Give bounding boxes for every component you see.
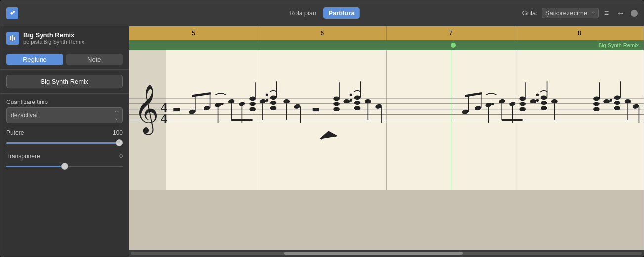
transpose-header: Transpunere 0 <box>6 153 123 160</box>
svg-point-52 <box>354 106 361 110</box>
grid-select[interactable]: Șaisprezecime ⌃ <box>542 8 599 18</box>
region-name-box[interactable]: Big Synth Remix <box>6 75 123 88</box>
svg-point-15 <box>203 105 211 111</box>
region-name-section: Big Synth Remix <box>0 70 129 94</box>
svg-point-71 <box>519 102 526 106</box>
svg-point-35 <box>270 106 277 110</box>
svg-point-0 <box>13 11 15 13</box>
svg-point-70 <box>519 97 526 101</box>
svg-point-39 <box>294 103 301 109</box>
scrollbar-thumb[interactable] <box>284 252 463 255</box>
svg-point-78 <box>541 101 547 105</box>
ruler: 5 6 7 8 <box>129 26 644 40</box>
bottom-grey-area <box>129 190 644 250</box>
svg-point-64 <box>491 103 494 105</box>
quantize-row: Cuantizare timp dezactivat ⌃⌄ <box>6 99 123 123</box>
svg-point-25 <box>249 97 256 101</box>
svg-point-44 <box>333 102 340 106</box>
power-value: 100 <box>113 129 123 136</box>
svg-point-48 <box>350 99 352 102</box>
transpose-slider-thumb[interactable] <box>61 163 68 170</box>
svg-line-24 <box>192 93 210 96</box>
power-label: Putere <box>6 129 24 136</box>
editor-area: 5 6 7 8 Big Synth Remix <box>129 26 644 257</box>
circle-icon <box>631 10 638 17</box>
ruler-mark-6: 6 <box>258 26 386 40</box>
param-section: Cuantizare timp dezactivat ⌃⌄ Putere 100 <box>0 94 129 176</box>
toolbar-center: Rolă pian Partitură <box>284 7 359 19</box>
svg-point-31 <box>266 99 268 102</box>
sidebar: Big Synth Remix pe pista Big Synth Remix… <box>0 26 129 257</box>
svg-point-58 <box>462 109 469 115</box>
track-strip-label: Big Synth Remix <box>599 42 644 48</box>
svg-point-26 <box>249 102 256 106</box>
svg-point-50 <box>354 95 361 100</box>
transpose-param: Transpunere 0 <box>6 153 123 171</box>
track-header: Big Synth Remix pe pista Big Synth Remix <box>0 26 129 50</box>
track-icon <box>6 32 19 45</box>
svg-point-33 <box>270 95 277 100</box>
transpose-slider-container <box>6 162 123 171</box>
svg-point-27 <box>249 107 256 111</box>
svg-point-88 <box>603 99 610 103</box>
toolbar-right: Grilă: Șaisprezecime ⌃ ≡ ↔ <box>522 8 638 19</box>
svg-point-84 <box>593 97 600 101</box>
tab-note[interactable]: Note <box>66 54 123 65</box>
track-info: Big Synth Remix pe pista Big Synth Remix <box>23 31 123 45</box>
svg-rect-42 <box>313 108 319 112</box>
svg-point-77 <box>541 95 547 100</box>
align-icon-btn[interactable]: ≡ <box>602 8 611 19</box>
svg-text:𝄞: 𝄞 <box>134 85 159 135</box>
svg-point-76 <box>536 94 539 96</box>
svg-point-91 <box>614 101 621 105</box>
svg-rect-12 <box>173 108 180 112</box>
svg-point-74 <box>530 99 537 103</box>
svg-point-85 <box>593 102 600 106</box>
svg-rect-2 <box>12 35 13 41</box>
power-param: Putere 100 <box>6 129 123 147</box>
track-name: Big Synth Remix <box>23 31 123 39</box>
main-content: Big Synth Remix pe pista Big Synth Remix… <box>0 26 644 257</box>
power-slider-thumb[interactable] <box>116 139 123 146</box>
svg-point-89 <box>609 99 612 102</box>
score-area[interactable]: 𝄞 4 4 <box>129 50 644 190</box>
svg-point-96 <box>632 103 640 109</box>
quantize-value: dezactivat <box>11 112 38 119</box>
transpose-value: 0 <box>119 153 123 160</box>
score-btn[interactable]: Partitură <box>323 7 359 19</box>
chevron-icon: ⌃⌄ <box>114 110 118 121</box>
svg-line-69 <box>465 93 482 96</box>
svg-point-43 <box>333 97 340 101</box>
svg-rect-3 <box>14 37 15 40</box>
toolbar-left <box>6 7 18 19</box>
svg-point-34 <box>270 101 277 105</box>
arrows-icon-btn[interactable]: ↔ <box>615 8 627 19</box>
svg-point-51 <box>354 101 361 105</box>
grid-value: Șaisprezecime <box>545 9 587 17</box>
tab-region[interactable]: Regiune <box>6 54 63 65</box>
scrollbar-area <box>129 250 644 257</box>
piano-roll-btn[interactable]: Rolă pian <box>284 7 321 19</box>
power-slider-track <box>6 142 123 144</box>
svg-rect-1 <box>10 36 11 40</box>
svg-text:4: 4 <box>161 110 168 126</box>
svg-point-86 <box>593 107 600 111</box>
svg-point-79 <box>541 106 547 110</box>
tab-row: Regiune Note <box>0 50 129 70</box>
track-sub: pe pista Big Synth Remix <box>23 39 123 45</box>
power-slider-container <box>6 138 123 147</box>
transpose-label: Transpunere <box>6 153 40 160</box>
svg-point-75 <box>536 99 539 102</box>
playhead-line <box>451 50 452 190</box>
quantize-select[interactable]: dezactivat ⌃⌄ <box>6 107 123 123</box>
ruler-mark-5: 5 <box>129 26 258 40</box>
scrollbar-track <box>131 252 642 255</box>
svg-point-45 <box>333 107 340 111</box>
svg-point-47 <box>343 99 350 103</box>
app-window: Rolă pian Partitură Grilă: Șaisprezecime… <box>0 0 644 257</box>
track-green-strip: Big Synth Remix <box>129 40 644 50</box>
transpose-slider-track <box>6 166 123 167</box>
transpose-slider-fill <box>6 166 65 167</box>
power-slider-fill <box>6 142 123 144</box>
ruler-mark-8: 8 <box>515 26 644 40</box>
